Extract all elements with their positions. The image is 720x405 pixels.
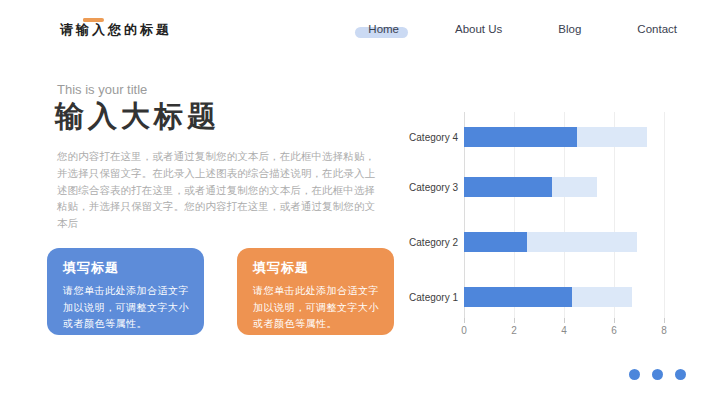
stacked-bar [464, 232, 637, 252]
bar-segment-primary [464, 287, 572, 307]
body-paragraph: 您的内容打在这里，或者通过复制您的文本后，在此框中选择粘贴，并选择只保留文字。在… [57, 148, 375, 232]
stacked-bar [464, 127, 647, 147]
pagination-dot-3 [675, 369, 686, 380]
bar-segment-primary [464, 177, 552, 197]
nav-item-contact[interactable]: Contact [637, 23, 677, 35]
chart-tick-mark [464, 318, 465, 323]
bar-segment-secondary [572, 287, 632, 307]
card-body: 请您单击此处添加合适文字加以说明，可调整文字大小或者颜色等属性。 [63, 283, 190, 333]
top-navigation: HomeAbout UsBlogContact [368, 23, 677, 35]
chart-tick-label: 8 [661, 325, 667, 336]
chart-tick-mark [564, 318, 565, 323]
chart-tick-mark [514, 318, 515, 323]
bar-segment-primary [464, 232, 527, 252]
chart-tick-label: 4 [561, 325, 567, 336]
chart-tick-mark [614, 318, 615, 323]
bar-segment-primary [464, 127, 577, 147]
chart-tick-mark [664, 318, 665, 323]
nav-item-home[interactable]: Home [368, 23, 399, 35]
presentation-slide: 请输入您的标题 HomeAbout UsBlogContact This is … [0, 0, 720, 405]
pagination-dots [629, 369, 686, 380]
chart-bar-row: Category 2 [408, 232, 680, 252]
info-cards: 填写标题请您单击此处添加合适文字加以说明，可调整文字大小或者颜色等属性。填写标题… [47, 248, 394, 335]
nav-item-about-us[interactable]: About Us [455, 23, 502, 35]
category-label: Category 1 [408, 292, 458, 303]
nav-item-label: Contact [637, 23, 677, 35]
chart-tick-label: 2 [511, 325, 517, 336]
card-title: 填写标题 [63, 259, 190, 277]
section-subtitle: This is your title [57, 82, 147, 97]
chart-bar-row: Category 1 [408, 287, 680, 307]
category-label: Category 4 [408, 132, 458, 143]
card-title: 填写标题 [253, 259, 380, 277]
nav-item-label: About Us [455, 23, 502, 35]
stacked-bar [464, 287, 632, 307]
nav-item-label: Home [368, 23, 399, 35]
chart-bar-row: Category 4 [408, 127, 680, 147]
pagination-dot-1 [629, 369, 640, 380]
bar-segment-secondary [527, 232, 637, 252]
horizontal-stacked-bar-chart: 02468Category 4Category 3Category 2Categ… [408, 112, 680, 344]
info-card-2: 填写标题请您单击此处添加合适文字加以说明，可调整文字大小或者颜色等属性。 [237, 248, 394, 335]
category-label: Category 2 [408, 237, 458, 248]
pagination-dot-2 [652, 369, 663, 380]
stacked-bar [464, 177, 597, 197]
chart-tick-label: 0 [461, 325, 467, 336]
chart-bar-row: Category 3 [408, 177, 680, 197]
bar-segment-secondary [577, 127, 647, 147]
brand-title: 请输入您的标题 [60, 21, 172, 39]
nav-item-label: Blog [558, 23, 581, 35]
chart-tick-label: 6 [611, 325, 617, 336]
bar-segment-secondary [552, 177, 597, 197]
category-label: Category 3 [408, 182, 458, 193]
nav-item-blog[interactable]: Blog [558, 23, 581, 35]
info-card-1: 填写标题请您单击此处添加合适文字加以说明，可调整文字大小或者颜色等属性。 [47, 248, 204, 335]
section-title: 输入大标题 [55, 97, 220, 137]
card-body: 请您单击此处添加合适文字加以说明，可调整文字大小或者颜色等属性。 [253, 283, 380, 333]
